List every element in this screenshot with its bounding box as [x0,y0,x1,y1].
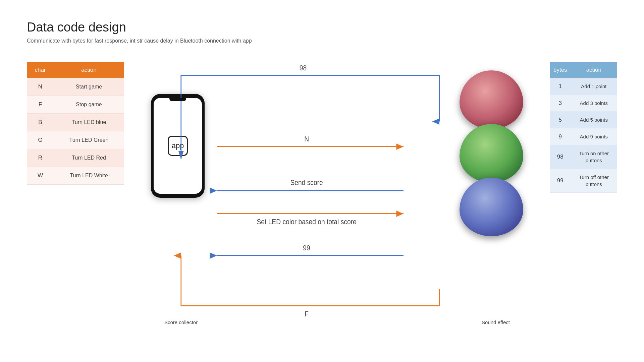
button-green [460,124,523,183]
phone: app [151,94,205,198]
right-table-row: 98Turn on other buttons [550,145,617,169]
label-98: 98 [300,64,307,72]
app-icon: app [168,136,188,156]
right-table-bytes: 99 [550,169,571,193]
left-table-char: B [27,114,54,131]
phone-screen: app [154,98,202,194]
left-table-action: Turn LED blue [54,114,124,131]
page-subtitle: Communicate with bytes for fast response… [27,38,617,44]
buttons-stack [456,70,523,258]
left-table-header-action: action [54,62,124,78]
right-table-action: Add 9 points [571,128,617,145]
button-blue [460,178,523,236]
label-send-score: Send score [290,178,323,187]
right-table-action: Turn off other buttons [571,169,617,193]
right-table-bytes: 3 [550,95,571,112]
left-table-row: RTurn LED Red [27,149,124,167]
right-table-bytes: 5 [550,112,571,128]
phone-outer: app [151,94,205,198]
right-table-row: 9Add 9 points [550,128,617,145]
page-title: Data code design [27,20,617,35]
right-table-action: Add 5 points [571,112,617,128]
right-table-row: 99Turn off other buttons [550,169,617,193]
left-table-row: NStart game [27,78,124,96]
right-table-action: Add 3 points [571,95,617,112]
left-table-row: GTurn LED Green [27,131,124,149]
right-table-action: Turn on other buttons [571,145,617,169]
left-table-header-char: char [27,62,54,78]
left-table-action: Start game [54,78,124,96]
left-table-row: BTurn LED blue [27,114,124,131]
left-table-char: F [27,96,54,114]
label-F: F [305,309,309,318]
left-table-char: W [27,167,54,185]
right-table-action: Add 1 point [571,78,617,95]
label-set-led: Set LED color based on total score [257,217,356,226]
left-table-row: WTurn LED White [27,167,124,185]
label-score-collector: Score collector [164,319,198,325]
right-table-bytes: 9 [550,128,571,145]
right-table-bytes: 98 [550,145,571,169]
right-table-header-bytes: bytes [550,62,571,78]
right-table: bytes action 1Add 1 point3Add 3 points5A… [550,62,617,193]
left-table-char: N [27,78,54,96]
diagram-area: app [131,50,543,335]
label-sound-effect: Sound effect [482,319,510,325]
page-container: Data code design Communicate with bytes … [0,0,644,362]
left-table: char action NStart gameFStop gameBTurn L… [27,62,124,185]
left-table-action: Turn LED Green [54,131,124,149]
left-table-action: Stop game [54,96,124,114]
phone-notch [169,98,186,101]
label-N: N [304,135,309,143]
label-99: 99 [303,244,310,252]
left-table-char: R [27,149,54,167]
right-table-row: 5Add 5 points [550,112,617,128]
app-icon-label: app [172,141,184,150]
right-table-header-action: action [571,62,617,78]
right-table-bytes: 1 [550,78,571,95]
left-table-action: Turn LED White [54,167,124,185]
left-table-action: Turn LED Red [54,149,124,167]
right-table-row: 3Add 3 points [550,95,617,112]
left-table-row: FStop game [27,96,124,114]
right-table-row: 1Add 1 point [550,78,617,95]
left-table-char: G [27,131,54,149]
button-red [460,70,523,129]
